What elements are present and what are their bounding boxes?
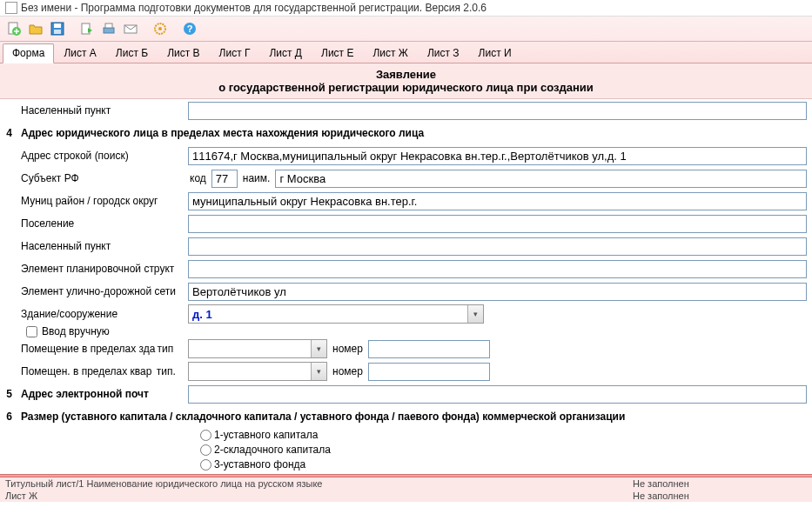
export-button[interactable] bbox=[77, 19, 97, 38]
street-input[interactable] bbox=[188, 283, 807, 301]
section-6-num: 6 bbox=[0, 411, 16, 423]
room-flat-num-input[interactable] bbox=[368, 363, 490, 381]
locality-input[interactable] bbox=[188, 237, 807, 256]
building-label: Здание/сооружение bbox=[16, 308, 188, 320]
chevron-down-icon[interactable]: ▾ bbox=[467, 305, 483, 323]
open-button[interactable] bbox=[26, 19, 45, 38]
room-bld-label: Помещение в пределах зда bbox=[21, 343, 155, 355]
tab-sheet-d[interactable]: Лист Д bbox=[259, 43, 312, 63]
svg-rect-7 bbox=[105, 23, 112, 28]
locality0-input[interactable] bbox=[188, 102, 807, 120]
tab-sheet-g[interactable]: Лист Г bbox=[210, 43, 260, 63]
manual-entry-label: Ввод вручную bbox=[42, 325, 110, 337]
svg-rect-3 bbox=[54, 23, 61, 28]
new-button[interactable] bbox=[4, 19, 23, 38]
section-4-label: Адрес юридического лица в пределах места… bbox=[16, 127, 812, 139]
munic-label: Муниц район / городск округ bbox=[16, 195, 188, 207]
status-right-2: Не заполнен bbox=[633, 491, 807, 501]
title-bar: Без имени - Программа подготовки докумен… bbox=[0, 0, 812, 17]
svg-rect-4 bbox=[54, 30, 61, 34]
room-flat-label: Помещен. в пределах квар bbox=[21, 365, 151, 377]
subject-code-input[interactable] bbox=[211, 170, 238, 188]
header-line1: Заявление bbox=[9, 68, 803, 81]
window-title: Без имени - Программа подготовки докумен… bbox=[21, 2, 487, 14]
section-5-label: Адрес электронной почт bbox=[16, 388, 188, 400]
subject-label: Субъект РФ bbox=[16, 172, 188, 184]
status-right-1: Не заполнен bbox=[633, 478, 807, 489]
status-panel: Титульный лист/1 Наименование юридическо… bbox=[0, 477, 812, 502]
radio-label-2: 2-складочного капитала bbox=[214, 443, 331, 457]
tab-sheet-zh[interactable]: Лист Ж bbox=[363, 43, 418, 63]
building-combo[interactable]: д. 1 ▾ bbox=[188, 304, 484, 324]
header-line2: о государственной регистрации юридическо… bbox=[9, 81, 803, 94]
room-bld-type-label: тип bbox=[155, 343, 175, 355]
tab-sheet-i[interactable]: Лист И bbox=[469, 43, 521, 63]
room-flat-num-label: номер bbox=[331, 365, 365, 377]
subject-name-input[interactable] bbox=[275, 170, 807, 188]
manual-entry-checkbox[interactable] bbox=[26, 326, 37, 337]
locality0-label: Населенный пункт bbox=[16, 104, 188, 117]
street-label: Элемент улично-дорожной сети bbox=[16, 285, 188, 297]
building-value: д. 1 bbox=[189, 308, 467, 321]
capital-type-group: 1-уставного капитала 2-складочного капит… bbox=[0, 428, 812, 472]
radio-charter-fund[interactable] bbox=[200, 459, 211, 471]
settlement-label: Поселение bbox=[16, 217, 188, 230]
tab-sheet-e[interactable]: Лист Е bbox=[312, 43, 363, 63]
addr-search-input[interactable] bbox=[188, 147, 807, 165]
status-row: Лист Ж Не заполнен bbox=[0, 490, 812, 502]
tab-bar: Форма Лист А Лист Б Лист В Лист Г Лист Д… bbox=[0, 42, 812, 63]
section-6-label: Размер (уставного капитала / складочного… bbox=[16, 411, 812, 423]
print-button[interactable] bbox=[99, 19, 118, 38]
tab-sheet-a[interactable]: Лист А bbox=[54, 43, 105, 63]
svg-rect-6 bbox=[104, 28, 114, 33]
subject-code-label: код bbox=[188, 172, 208, 184]
chevron-down-icon[interactable]: ▾ bbox=[311, 340, 326, 357]
room-bld-num-input[interactable] bbox=[368, 340, 490, 358]
locality-label: Населенный пункт bbox=[16, 240, 188, 252]
status-row: Титульный лист/1 Наименование юридическо… bbox=[0, 477, 812, 490]
tab-sheet-z[interactable]: Лист З bbox=[418, 43, 469, 63]
plan-struct-label: Элемент планировочной структ bbox=[16, 263, 188, 275]
form-header: Заявление о государственной регистрации … bbox=[0, 63, 812, 99]
svg-text:?: ? bbox=[187, 23, 193, 34]
plan-struct-input[interactable] bbox=[188, 260, 807, 278]
addr-search-label: Адрес строкой (поиск) bbox=[16, 150, 188, 162]
save-button[interactable] bbox=[48, 19, 67, 38]
status-left-2: Лист Ж bbox=[5, 491, 633, 501]
radio-label-3: 3-уставного фонда bbox=[214, 457, 305, 472]
room-flat-type-combo[interactable]: ▾ bbox=[188, 362, 327, 381]
radio-share-capital[interactable] bbox=[200, 444, 211, 456]
radio-label-1: 1-уставного капитала bbox=[214, 428, 318, 443]
munic-input[interactable] bbox=[188, 192, 807, 210]
form-body: Населенный пункт 4 Адрес юридического ли… bbox=[0, 99, 812, 472]
settings-button[interactable] bbox=[151, 19, 170, 38]
room-bld-num-label: номер bbox=[331, 343, 365, 355]
room-flat-type-label: тип. bbox=[155, 365, 178, 377]
chevron-down-icon[interactable]: ▾ bbox=[311, 363, 326, 380]
tab-form[interactable]: Форма bbox=[3, 43, 54, 63]
help-button[interactable]: ? bbox=[180, 19, 199, 38]
section-4-num: 4 bbox=[0, 127, 16, 139]
email-input[interactable] bbox=[188, 385, 807, 404]
subject-name-label: наим. bbox=[241, 172, 272, 184]
room-bld-type-combo[interactable]: ▾ bbox=[188, 339, 327, 358]
toolbar: ? bbox=[0, 17, 812, 42]
app-icon bbox=[5, 2, 17, 14]
settlement-input[interactable] bbox=[188, 215, 807, 233]
mail-button[interactable] bbox=[121, 19, 140, 38]
status-left-1: Титульный лист/1 Наименование юридическо… bbox=[5, 478, 633, 489]
svg-point-10 bbox=[158, 27, 162, 30]
tab-sheet-v[interactable]: Лист В bbox=[158, 43, 209, 63]
section-5-num: 5 bbox=[0, 388, 16, 400]
tab-sheet-b[interactable]: Лист Б bbox=[106, 43, 158, 63]
radio-charter-capital[interactable] bbox=[200, 430, 211, 441]
